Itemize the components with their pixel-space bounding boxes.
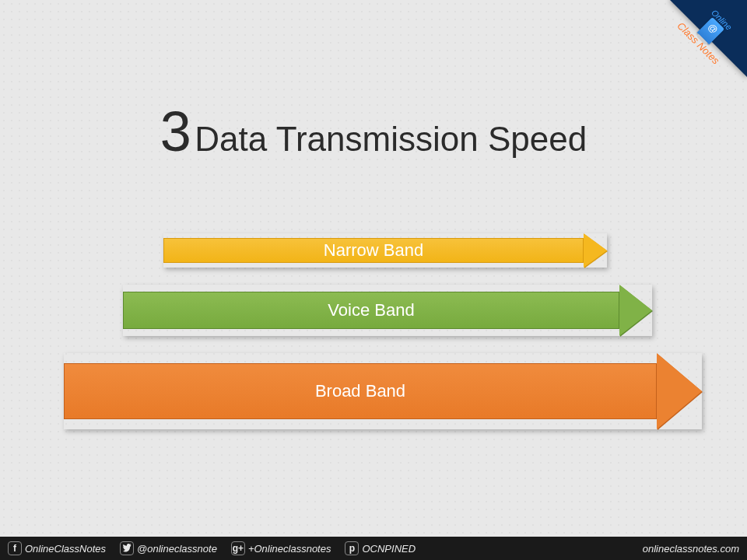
social-twitter: @onlineclassnote: [120, 541, 217, 555]
footer-site: onlineclassnotes.com: [643, 543, 739, 555]
arrow-label: Broad Band: [64, 363, 657, 419]
corner-triangle: [670, 0, 747, 77]
arrow-narrow-band: Narrow Band: [163, 233, 607, 268]
arrow-head-icon: [619, 285, 652, 336]
arrow-row-broad: Broad Band: [0, 353, 747, 429]
arrow-row-voice: Voice Band: [0, 285, 747, 336]
arrow-head-icon: [657, 353, 702, 429]
arrow-voice-band: Voice Band: [123, 285, 652, 336]
arrows-diagram: Narrow Band Voice Band Broad Band: [0, 233, 747, 446]
title-number: 3: [160, 100, 191, 163]
facebook-handle: OnlineClassNotes: [25, 543, 106, 555]
title-text: Data Transmission Speed: [195, 120, 587, 158]
arrow-head-icon: [584, 233, 607, 268]
footer-bar: f OnlineClassNotes @onlineclassnote g+ +…: [0, 537, 747, 560]
facebook-icon: f: [8, 541, 22, 555]
pinterest-icon: p: [345, 541, 359, 555]
arrow-label: Narrow Band: [163, 238, 584, 263]
corner-line1: Online: [696, 0, 746, 45]
social-facebook: f OnlineClassNotes: [8, 541, 106, 555]
social-gplus: g+ +Onlineclassnotes: [231, 541, 331, 555]
monitor-at-icon: [697, 17, 724, 44]
social-pinterest: p OCNPINED: [345, 541, 416, 555]
corner-logo: Online Class Notes: [673, 0, 747, 68]
arrow-broad-band: Broad Band: [64, 353, 702, 429]
google-plus-icon: g+: [231, 541, 245, 555]
corner-line2: Class Notes: [673, 18, 724, 69]
twitter-icon: [120, 541, 134, 555]
gplus-handle: +Onlineclassnotes: [248, 543, 331, 555]
arrow-row-narrow: Narrow Band: [0, 233, 747, 268]
slide-title: 3 Data Transmission Speed: [0, 100, 747, 163]
arrow-label: Voice Band: [123, 292, 619, 329]
corner-badge: Online Class Notes: [638, 0, 747, 109]
pinterest-handle: OCNPINED: [362, 543, 416, 555]
twitter-handle: @onlineclassnote: [137, 543, 217, 555]
